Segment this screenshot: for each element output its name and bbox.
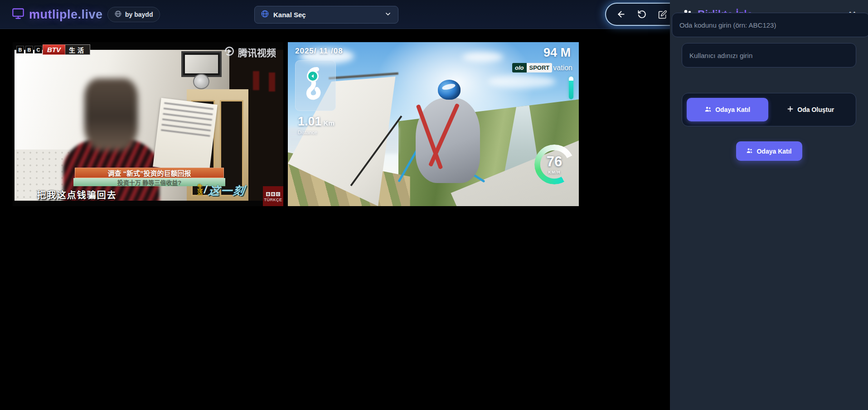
channel-select-label: Kanal Seç xyxy=(273,11,306,19)
tencent-video-watermark: 腾讯视频 xyxy=(223,45,276,59)
room-mode-tabs: Odaya Katıl Oda Oluştur xyxy=(682,93,856,126)
altitude-readout: 94 M xyxy=(543,46,571,60)
route-position-marker xyxy=(307,70,319,82)
globe-icon xyxy=(261,10,269,19)
elevation-gauge xyxy=(569,77,573,99)
tab-join-room[interactable]: Odaya Katıl xyxy=(687,98,768,121)
program-logo: 生活 / 这一刻 xyxy=(197,182,246,198)
app-title: mutliple.live xyxy=(29,8,103,22)
back-button[interactable] xyxy=(616,10,626,19)
room-code-input[interactable] xyxy=(672,13,868,37)
pilot xyxy=(416,98,480,183)
flight-date: 2025/ 11 /08 xyxy=(295,47,343,56)
distance-readout: 1.01Km Distance xyxy=(298,115,335,135)
byline-badge: by baydd xyxy=(107,7,160,22)
monitor-icon xyxy=(12,7,24,22)
video-tile-news[interactable]: B B C BTV 生活 腾讯视频 调查 “新式”投资的巨额回报 投资十万 静等… xyxy=(13,42,283,206)
chevron-down-icon xyxy=(384,10,392,19)
join-room-button[interactable]: Odaya Katıl xyxy=(736,141,802,161)
play-icon xyxy=(223,45,235,59)
globe-icon xyxy=(115,10,121,19)
tab-create-room[interactable]: Oda Oluştur xyxy=(770,98,852,121)
edit-button[interactable] xyxy=(658,10,668,19)
news-banner-primary: 调查 “新式”投资的巨额回报 xyxy=(75,168,223,178)
users-icon xyxy=(704,106,712,114)
bbc-logo: B B C xyxy=(16,46,42,53)
channel-select-dropdown[interactable]: Kanal Seç xyxy=(254,6,398,24)
refresh-button[interactable] xyxy=(637,10,647,19)
plus-icon xyxy=(787,106,794,114)
pilot-helmet xyxy=(438,80,461,100)
sport-channel-logo: olo SPORT vation xyxy=(512,63,572,72)
username-input[interactable] xyxy=(682,43,856,68)
watch-together-panel: Birlikte İzle ✕ Odaya Katıl xyxy=(670,0,868,410)
btv-logo: BTV 生活 xyxy=(43,44,90,55)
speed-gauge: 76 KM/H xyxy=(534,145,574,184)
route-map-card xyxy=(295,60,336,111)
video-tile-flight[interactable]: 2025/ 11 /08 1.01Km Distance 94 M olo SP… xyxy=(288,42,579,206)
route-path xyxy=(295,60,336,111)
users-icon xyxy=(746,147,753,155)
app-logo[interactable]: mutliple.live xyxy=(12,0,103,29)
byline-label: by baydd xyxy=(125,11,153,18)
news-subtitle: 把我这点钱骗回去 xyxy=(37,188,117,201)
bbc-turkce-badge: B B C TÜRKÇE xyxy=(263,186,283,206)
app-window: mutliple.live by baydd Kanal Seç xyxy=(0,0,868,410)
